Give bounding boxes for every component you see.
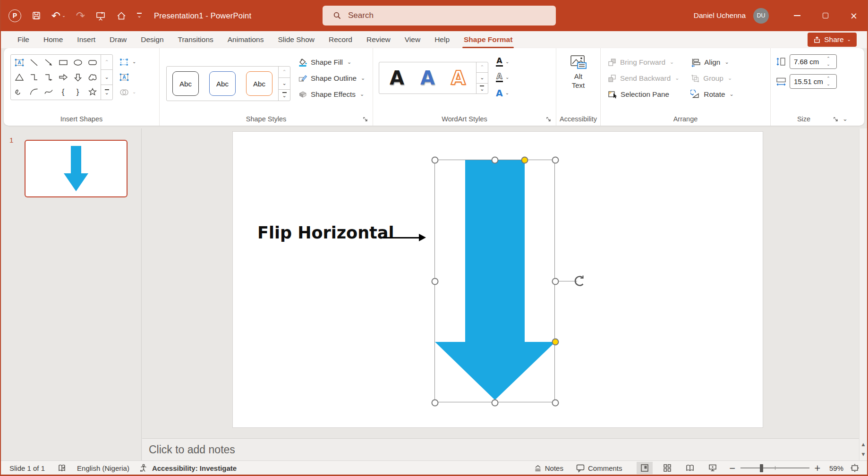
comments-button[interactable]: Comments xyxy=(576,463,622,473)
tab-record[interactable]: Record xyxy=(322,31,359,48)
height-spinner[interactable]: ⌃ ⌄ xyxy=(823,57,834,67)
edit-shape-button[interactable]: ⌄ xyxy=(119,55,136,68)
tab-design[interactable]: Design xyxy=(134,31,170,48)
tab-file[interactable]: File xyxy=(10,31,36,48)
scroll-down-button[interactable]: ▼ xyxy=(859,450,867,459)
user-name[interactable]: Daniel Uchenna xyxy=(694,11,746,20)
minimize-button[interactable] xyxy=(783,0,811,31)
shape-down-arrow-icon[interactable] xyxy=(70,70,85,85)
search-box[interactable] xyxy=(323,6,556,26)
view-reading-button[interactable] xyxy=(682,462,698,474)
zoom-in-button[interactable]: + xyxy=(814,463,821,473)
resize-handle-bottom-right[interactable] xyxy=(552,400,559,407)
share-button[interactable]: Share ⌄ xyxy=(808,33,857,47)
fit-to-window-button[interactable] xyxy=(850,463,859,473)
adjust-handle-head[interactable] xyxy=(552,339,559,346)
collapse-ribbon-icon[interactable]: ⌄ xyxy=(842,116,848,122)
shape-style-preview-3[interactable]: Abc xyxy=(246,71,272,96)
shape-rounded-rectangle-icon[interactable] xyxy=(85,55,100,70)
wordart-style-1[interactable]: A xyxy=(390,68,404,87)
tab-draw[interactable]: Draw xyxy=(102,31,134,48)
undo-button[interactable]: ↶ ⌄ xyxy=(51,10,66,21)
save-button[interactable] xyxy=(32,11,41,20)
shape-textbox-icon[interactable]: A xyxy=(12,55,26,70)
resize-handle-bottom-center[interactable] xyxy=(492,400,499,407)
slide-thumbnail[interactable] xyxy=(25,140,128,197)
customize-toolbar-button[interactable]: ⌄ xyxy=(137,13,142,18)
resize-handle-top-right[interactable] xyxy=(552,157,559,164)
avatar[interactable]: DU xyxy=(753,8,769,24)
scroll-up-button[interactable]: ▲ xyxy=(859,440,867,449)
shape-line-icon[interactable] xyxy=(26,55,41,70)
resize-handle-top-center[interactable] xyxy=(492,157,499,164)
shape-fill-button[interactable]: Shape Fill ⌄ xyxy=(298,56,365,68)
gallery-more-button[interactable]: ⌄ xyxy=(279,89,290,101)
gallery-more-button[interactable]: ⌄ xyxy=(477,83,488,94)
maximize-button[interactable] xyxy=(811,0,840,31)
gallery-more-button[interactable]: ⌄ xyxy=(101,85,112,100)
tab-animations[interactable]: Animations xyxy=(221,31,271,48)
shape-outline-button[interactable]: Shape Outline ⌄ xyxy=(298,72,365,85)
text-fill-button[interactable]: A ⌄ xyxy=(496,55,509,69)
shape-scribble-icon[interactable] xyxy=(12,85,26,99)
shape-triangle-icon[interactable] xyxy=(12,70,26,85)
shape-left-brace-icon[interactable]: { xyxy=(56,85,70,99)
search-input[interactable] xyxy=(348,11,528,20)
tab-home[interactable]: Home xyxy=(36,31,70,48)
resize-handle-top-left[interactable] xyxy=(432,157,439,164)
shape-rectangle-icon[interactable] xyxy=(56,55,70,70)
close-button[interactable]: × xyxy=(840,0,868,31)
align-button[interactable]: Align ⌄ xyxy=(690,56,733,68)
width-spinner[interactable]: ⌃ ⌄ xyxy=(823,76,834,86)
view-slideshow-button[interactable] xyxy=(705,462,721,474)
notes-toggle-button[interactable]: Notes xyxy=(534,464,563,473)
slide-canvas[interactable]: Flip Horizontal xyxy=(233,132,763,427)
selection-pane-button[interactable]: Selection Pane xyxy=(607,88,679,101)
shape-curve-icon[interactable] xyxy=(41,85,56,99)
language-selector[interactable]: English (Nigeria) xyxy=(77,464,129,472)
resize-handle-middle-right[interactable] xyxy=(552,278,559,285)
shape-style-preview-1[interactable]: Abc xyxy=(172,71,199,96)
text-box-button[interactable]: A xyxy=(119,70,136,84)
shape-freeform-icon[interactable] xyxy=(85,70,100,85)
rotate-handle[interactable] xyxy=(573,274,587,288)
text-effects-button[interactable]: A ⌄ xyxy=(496,86,509,100)
shape-arrow-icon[interactable] xyxy=(41,55,56,70)
down-arrow-shape[interactable] xyxy=(435,160,555,403)
shape-right-arrow-icon[interactable] xyxy=(56,70,70,85)
adjust-handle-stem[interactable] xyxy=(521,157,528,164)
slide-indicator[interactable]: Slide 1 of 1 xyxy=(9,464,45,472)
view-slide-sorter-button[interactable] xyxy=(659,462,675,474)
gallery-scroll-down-button[interactable]: ⌄ xyxy=(477,72,488,83)
accessibility-checker-button[interactable] xyxy=(139,463,148,473)
wordart-style-3[interactable]: A xyxy=(451,68,466,87)
shape-right-brace-icon[interactable]: } xyxy=(70,85,85,99)
accessibility-status[interactable]: Accessibility: Investigate xyxy=(152,464,237,472)
tab-transitions[interactable]: Transitions xyxy=(171,31,221,48)
gallery-scroll-down-button[interactable]: ⌄ xyxy=(279,77,290,89)
view-normal-button[interactable] xyxy=(637,462,653,474)
spell-check-button[interactable] xyxy=(57,463,67,473)
vertical-scrollbar[interactable]: ▲ ▼ xyxy=(859,128,867,460)
tab-shape-format[interactable]: Shape Format xyxy=(457,31,519,48)
shape-effects-button[interactable]: Shape Effects ⌄ xyxy=(298,88,365,101)
shape-elbow-arrow-connector-icon[interactable] xyxy=(41,70,56,85)
tab-slide-show[interactable]: Slide Show xyxy=(271,31,322,48)
resize-handle-bottom-left[interactable] xyxy=(432,400,439,407)
zoom-slider[interactable] xyxy=(740,468,809,468)
powerpoint-logo-icon[interactable]: P xyxy=(9,9,21,22)
gallery-scroll-down-button[interactable]: ⌄ xyxy=(101,69,112,85)
shape-oval-icon[interactable] xyxy=(70,55,85,70)
zoom-out-button[interactable]: − xyxy=(729,463,736,473)
home-button[interactable] xyxy=(116,11,127,21)
text-outline-button[interactable]: A ⌄ xyxy=(496,70,509,85)
shape-style-preview-2[interactable]: Abc xyxy=(209,71,236,96)
zoom-slider-thumb[interactable] xyxy=(760,464,763,472)
shape-star-icon[interactable] xyxy=(85,85,100,99)
rotate-button[interactable]: Rotate ⌄ xyxy=(690,88,733,101)
shape-styles-dialog-launcher[interactable] xyxy=(362,116,368,122)
tab-view[interactable]: View xyxy=(398,31,427,48)
alt-text-button[interactable]: AltText xyxy=(556,48,600,90)
tab-review[interactable]: Review xyxy=(359,31,398,48)
zoom-level[interactable]: 59% xyxy=(824,464,843,472)
